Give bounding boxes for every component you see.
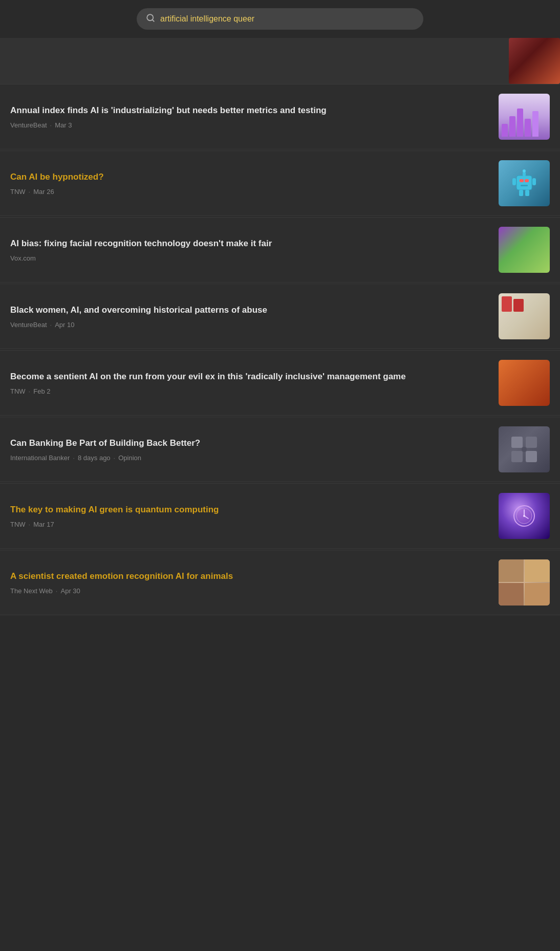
list-item[interactable]: AI bias: fixing facial recognition techn…	[0, 217, 560, 283]
animals-cell	[499, 583, 524, 606]
search-icon	[146, 13, 155, 25]
article-meta: TNW · Mar 17	[10, 521, 490, 528]
svg-rect-6	[523, 172, 526, 176]
bar-chart	[502, 106, 547, 137]
article-meta: VentureBeat · Mar 3	[10, 121, 490, 129]
animals-cell	[525, 583, 550, 606]
top-image-strip	[0, 38, 560, 84]
list-item[interactable]: Black women, AI, and overcoming historic…	[0, 284, 560, 349]
meta-dot: ·	[114, 454, 116, 462]
svg-rect-4	[525, 179, 529, 182]
article-title: Become a sentient AI on the run from you…	[10, 371, 490, 383]
meta-dot: ·	[50, 321, 52, 329]
article-source: TNW	[10, 188, 26, 196]
news-list: Annual index finds AI is 'industrializin…	[0, 84, 560, 616]
article-meta: TNW · Mar 26	[10, 188, 490, 196]
article-date: Mar 3	[55, 121, 72, 129]
article-meta: VentureBeat · Apr 10	[10, 321, 490, 329]
meta-dot: ·	[50, 121, 52, 129]
news-content: AI bias: fixing facial recognition techn…	[10, 227, 490, 273]
svg-point-21	[523, 515, 525, 517]
list-item[interactable]: Can AI be hypnotized? TNW · Mar 26	[0, 150, 560, 216]
svg-line-1	[152, 19, 154, 21]
bar	[532, 111, 539, 137]
svg-rect-5	[521, 185, 528, 186]
news-content: Annual index finds AI is 'industrializin…	[10, 94, 490, 140]
article-thumbnail	[499, 360, 550, 406]
article-date: Apr 30	[60, 587, 80, 595]
list-item[interactable]: Annual index finds AI is 'industrializin…	[0, 84, 560, 149]
svg-rect-14	[526, 437, 537, 448]
bar	[502, 124, 508, 137]
article-title: AI bias: fixing facial recognition techn…	[10, 237, 490, 250]
svg-rect-9	[532, 178, 536, 185]
svg-rect-8	[512, 178, 516, 185]
article-meta: TNW · Feb 2	[10, 387, 490, 395]
article-title: A scientist created emotion recognition …	[10, 570, 490, 582]
chart-thumb	[499, 94, 550, 140]
svg-rect-10	[519, 190, 523, 196]
game-thumb	[499, 360, 550, 406]
article-thumbnail	[499, 160, 550, 206]
article-date: Apr 10	[55, 321, 74, 329]
list-item[interactable]: The key to making AI green is quantum co…	[0, 483, 560, 549]
article-date: Mar 17	[33, 521, 54, 528]
article-date: Feb 2	[33, 387, 50, 395]
article-source: VentureBeat	[10, 321, 47, 329]
news-content: Can AI be hypnotized? TNW · Mar 26	[10, 160, 490, 206]
news-content: Can Banking Be Part of Building Back Bet…	[10, 426, 490, 472]
news-content: Become a sentient AI on the run from you…	[10, 360, 490, 406]
svg-rect-13	[511, 451, 523, 462]
meta-dot: ·	[29, 387, 31, 395]
meta-dot: ·	[73, 454, 75, 462]
search-bar-container: artificial intelligence queer	[0, 0, 560, 38]
article-date: Mar 26	[33, 188, 54, 196]
news-content: A scientist created emotion recognition …	[10, 559, 490, 606]
svg-rect-12	[511, 437, 523, 448]
article-thumbnail	[499, 293, 550, 339]
article-thumbnail	[499, 559, 550, 606]
search-query: artificial intelligence queer	[160, 14, 254, 24]
svg-point-7	[523, 169, 526, 172]
article-date: 8 days ago	[78, 454, 111, 462]
search-bar[interactable]: artificial intelligence queer	[137, 8, 423, 30]
list-item[interactable]: Become a sentient AI on the run from you…	[0, 350, 560, 416]
article-title: Annual index finds AI is 'industrializin…	[10, 104, 490, 117]
article-source: Vox.com	[10, 254, 36, 262]
article-source: TNW	[10, 387, 26, 395]
article-meta: Vox.com	[10, 254, 490, 262]
robot-thumb	[499, 160, 550, 206]
meta-dot: ·	[29, 188, 31, 196]
news-content: Black women, AI, and overcoming historic…	[10, 293, 490, 339]
article-thumbnail	[499, 426, 550, 472]
meta-dot: ·	[29, 521, 31, 528]
article-source: VentureBeat	[10, 121, 47, 129]
article-tag: Opinion	[118, 454, 141, 462]
bar	[517, 109, 523, 137]
list-item[interactable]: Can Banking Be Part of Building Back Bet…	[0, 417, 560, 482]
svg-rect-11	[525, 190, 529, 196]
svg-rect-15	[526, 451, 537, 462]
animals-cell	[499, 559, 524, 582]
article-source: The Next Web	[10, 587, 53, 595]
article-title: Can Banking Be Part of Building Back Bet…	[10, 437, 490, 449]
article-source: International Banker	[10, 454, 70, 462]
animals-cell	[525, 559, 550, 582]
article-thumbnail	[499, 94, 550, 140]
top-thumb-image	[509, 38, 560, 84]
article-source: TNW	[10, 521, 26, 528]
article-meta: International Banker · 8 days ago · Opin…	[10, 454, 490, 462]
banking-thumb	[499, 426, 550, 472]
news-content: The key to making AI green is quantum co…	[10, 493, 490, 539]
bar	[525, 119, 531, 137]
quantum-thumb	[499, 493, 550, 539]
svg-rect-3	[520, 179, 524, 182]
bar	[509, 116, 515, 137]
svg-rect-2	[516, 176, 532, 190]
infographic-thumb	[499, 293, 550, 339]
list-item[interactable]: A scientist created emotion recognition …	[0, 550, 560, 615]
people-thumb	[499, 227, 550, 273]
article-meta: The Next Web · Apr 30	[10, 587, 490, 595]
meta-dot: ·	[56, 587, 58, 595]
article-title: The key to making AI green is quantum co…	[10, 504, 490, 516]
